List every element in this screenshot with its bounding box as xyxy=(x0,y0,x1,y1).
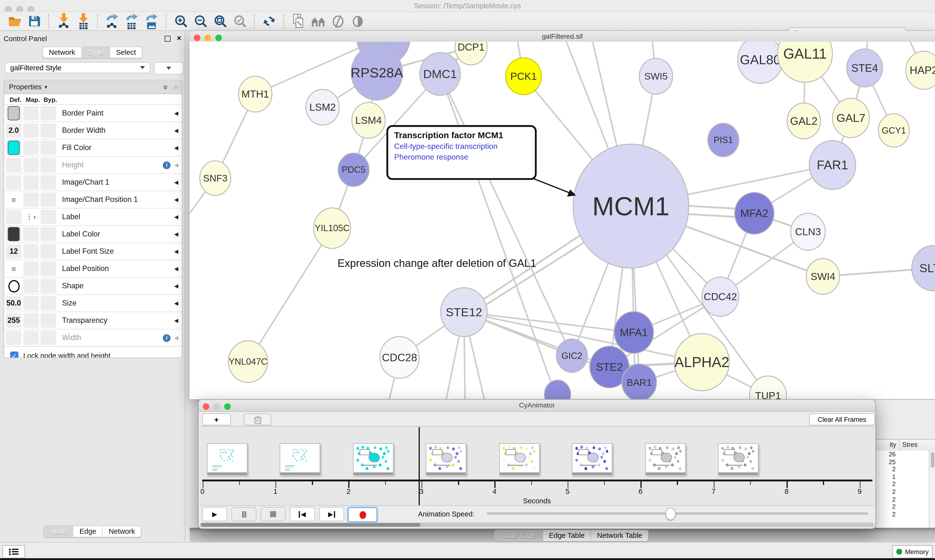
frame-thumbnail[interactable] xyxy=(353,443,394,475)
expand-all-icon[interactable]: » xyxy=(161,85,170,89)
expand-row-icon[interactable]: ◀ xyxy=(174,110,178,116)
network-node[interactable]: LSM4 xyxy=(352,102,385,138)
def-cell[interactable] xyxy=(6,279,22,293)
def-cell[interactable]: ≡ xyxy=(6,192,22,207)
annotation-link[interactable]: Cell-type-specific transcription xyxy=(394,142,529,151)
byp-cell[interactable] xyxy=(41,192,56,207)
def-cell[interactable] xyxy=(6,331,22,345)
network-node[interactable]: RPS28A xyxy=(350,45,403,100)
pause-button[interactable] xyxy=(231,507,256,521)
network-node[interactable]: PDC5 xyxy=(338,153,369,186)
network-canvas[interactable]: DCP1RPS28ADMC1PCK1MTH1LSM2LSM4SWI5GAL80G… xyxy=(190,42,935,399)
network-node[interactable]: HAP2 xyxy=(906,51,935,89)
network-node[interactable]: LSM2 xyxy=(306,89,339,125)
byp-cell[interactable] xyxy=(41,296,56,311)
collapse-all-icon[interactable]: » xyxy=(170,85,179,89)
network-node[interactable]: CDC28 xyxy=(380,337,419,378)
expand-row-icon[interactable]: ◀ xyxy=(174,248,178,254)
import-network-icon[interactable] xyxy=(56,13,72,29)
network-node[interactable]: GIC2 xyxy=(556,339,587,372)
step-back-button[interactable]: ◀ xyxy=(290,507,315,521)
import-table-icon[interactable] xyxy=(75,13,91,29)
network-node[interactable]: CDC42 xyxy=(702,277,739,317)
network-window-titlebar[interactable]: galFiltered.sif xyxy=(190,31,935,42)
map-cell[interactable] xyxy=(23,175,39,189)
property-row[interactable]: Image/Chart 1◀ xyxy=(4,174,182,191)
tab-network-table[interactable]: Network Table xyxy=(591,530,648,541)
map-cell[interactable] xyxy=(23,313,39,328)
export-network-icon[interactable] xyxy=(105,13,120,29)
expand-row-icon[interactable]: ◀ xyxy=(174,128,178,133)
frame-thumbnail[interactable] xyxy=(426,443,466,475)
info-icon[interactable]: i xyxy=(163,334,171,342)
expand-row-icon[interactable]: ◀ xyxy=(174,266,178,271)
frame-thumbnail[interactable] xyxy=(572,443,613,475)
property-row[interactable]: 2.0Border Width◀ xyxy=(4,122,182,139)
network-node[interactable]: PIS1 xyxy=(708,123,739,157)
network-node[interactable]: MFA2 xyxy=(734,192,774,234)
float-panel-icon[interactable] xyxy=(165,36,170,42)
property-row[interactable]: Fill Color◀ xyxy=(4,139,182,156)
expand-row-icon[interactable]: ◀ xyxy=(174,214,178,220)
byp-cell[interactable] xyxy=(41,123,56,138)
property-row[interactable]: ⋮›Label◀ xyxy=(4,208,182,225)
network-node[interactable]: SLT2 xyxy=(912,245,935,291)
stop-button[interactable] xyxy=(261,507,285,521)
map-cell[interactable] xyxy=(23,106,39,120)
clear-all-frames-button[interactable]: Clear All Frames xyxy=(809,414,875,426)
def-cell[interactable] xyxy=(6,227,22,241)
map-cell[interactable] xyxy=(23,279,39,293)
network-node[interactable]: STE12 xyxy=(441,288,487,337)
table-cell[interactable]: 2 xyxy=(875,480,929,488)
map-cell[interactable] xyxy=(23,244,39,258)
style-options-button[interactable] xyxy=(154,62,184,74)
byp-cell[interactable] xyxy=(41,210,56,224)
table-cell[interactable]: 2 xyxy=(875,488,929,495)
property-row[interactable]: 255Transparency◀ xyxy=(4,312,182,329)
network-node[interactable]: SWI5 xyxy=(639,58,673,94)
expand-row-icon[interactable]: ◀ xyxy=(174,179,178,185)
map-cell[interactable] xyxy=(23,262,39,276)
network-node[interactable]: DCP1 xyxy=(455,42,487,65)
expand-row-icon[interactable]: ◀ xyxy=(174,335,178,341)
first-neighbors-icon[interactable] xyxy=(310,13,326,29)
map-cell[interactable] xyxy=(23,192,39,207)
properties-header[interactable]: Properties ▾ » » xyxy=(4,80,182,94)
map-cell[interactable] xyxy=(23,141,39,155)
zoom-fit-icon[interactable] xyxy=(212,13,228,29)
info-icon[interactable]: i xyxy=(163,161,171,169)
property-row[interactable]: Border Paint◀ xyxy=(4,105,182,122)
network-node[interactable]: MTH1 xyxy=(239,76,272,112)
export-image-icon[interactable] xyxy=(143,13,160,29)
tab-edge-table[interactable]: Edge Table xyxy=(543,530,591,541)
zoom-selected-icon[interactable] xyxy=(232,13,248,29)
map-cell[interactable] xyxy=(23,296,39,311)
table-cell[interactable]: 2 xyxy=(875,510,929,518)
expand-row-icon[interactable]: ◀ xyxy=(174,317,178,323)
step-forward-button[interactable]: ▶ xyxy=(319,507,344,521)
color-swatch[interactable] xyxy=(8,141,20,155)
map-cell[interactable]: ⋮› xyxy=(23,210,39,224)
record-button[interactable] xyxy=(348,507,377,523)
scrollbar-thumb[interactable] xyxy=(930,452,934,468)
map-cell[interactable] xyxy=(23,123,39,138)
byp-cell[interactable] xyxy=(41,244,56,258)
tab-style[interactable]: Style xyxy=(82,47,110,58)
network-node[interactable]: FAR1 xyxy=(809,141,856,189)
zoom-in-icon[interactable] xyxy=(173,13,189,29)
network-node[interactable]: CLN3 xyxy=(791,213,825,250)
table-cell[interactable]: 25 xyxy=(875,458,929,465)
frame-thumbnail[interactable] xyxy=(499,443,540,475)
network-node[interactable]: MCM1 xyxy=(573,144,688,268)
frame-thumbnail[interactable] xyxy=(718,443,759,475)
def-cell[interactable] xyxy=(6,106,22,120)
network-node[interactable]: PCK1 xyxy=(506,58,542,95)
tab-node[interactable]: Node xyxy=(44,526,74,537)
byp-cell[interactable] xyxy=(41,331,56,345)
def-cell[interactable] xyxy=(6,210,22,224)
column-header[interactable]: Stres xyxy=(902,441,918,448)
add-frame-button[interactable]: + xyxy=(202,414,231,426)
column-divider[interactable] xyxy=(899,440,900,450)
property-row[interactable]: ≡Label Position◀ xyxy=(4,260,182,277)
byp-cell[interactable] xyxy=(41,106,56,120)
